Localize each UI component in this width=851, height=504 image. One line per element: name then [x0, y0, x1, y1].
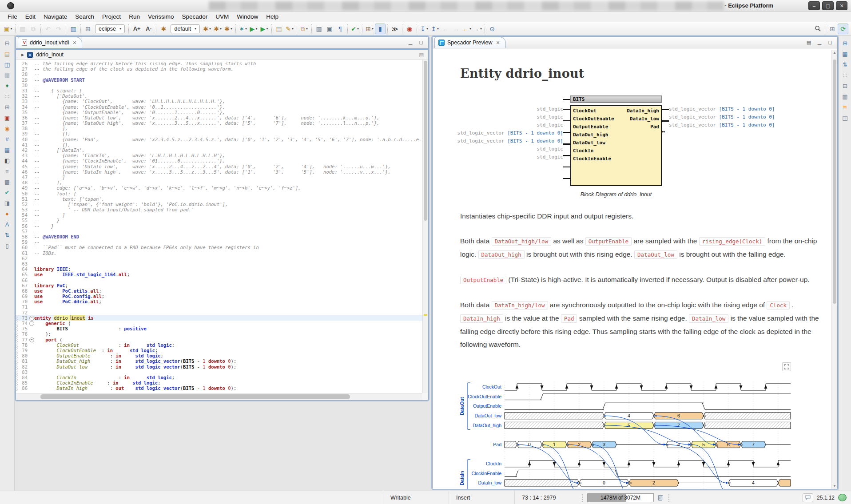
- run-button[interactable]: ▶▾: [248, 24, 259, 34]
- chevron-down-icon[interactable]: ▾: [372, 27, 374, 31]
- check-button[interactable]: ✔▾: [350, 24, 360, 34]
- undo-button[interactable]: ↶: [43, 24, 53, 34]
- forward-history-button[interactable]: →▾: [472, 24, 483, 34]
- build-gear-1-button[interactable]: ✱▾: [202, 24, 212, 34]
- search-button[interactable]: [812, 24, 823, 34]
- terminal-view-icon[interactable]: ▯: [3, 242, 12, 250]
- chevron-down-icon[interactable]: ▾: [292, 27, 294, 31]
- preview-settings-icon[interactable]: ▤: [805, 40, 812, 45]
- collapse-view-icon[interactable]: ⊟: [841, 83, 850, 90]
- app-icon[interactable]: [7, 2, 14, 9]
- save-button[interactable]: ▦: [17, 24, 28, 34]
- chevron-down-icon[interactable]: ▾: [437, 27, 439, 31]
- minimize-view-icon[interactable]: ▁: [407, 40, 414, 45]
- preview-minimize-icon[interactable]: ▁: [816, 40, 823, 45]
- chevron-down-icon[interactable]: ▾: [357, 27, 359, 31]
- fold-marker-icon[interactable]: [29, 321, 34, 326]
- chevron-down-icon[interactable]: ▾: [255, 27, 257, 31]
- license-status-icon[interactable]: [838, 494, 847, 501]
- back-history-button[interactable]: ←▾: [461, 24, 472, 34]
- scroll-down-icon[interactable]: ▼: [832, 484, 837, 488]
- editor-vscroll-thumb[interactable]: [424, 61, 427, 221]
- build-gear-2-button[interactable]: ✱▾: [212, 24, 223, 34]
- verification-view-icon[interactable]: ✔: [3, 189, 12, 196]
- menu-edit[interactable]: Edit: [21, 12, 40, 22]
- breadcrumb-toggle-icon[interactable]: ▤: [419, 52, 424, 58]
- maximize-button[interactable]: ▢: [822, 1, 834, 10]
- menu-project[interactable]: Project: [98, 12, 125, 22]
- fold-marker-icon[interactable]: [29, 337, 34, 342]
- tasks-view-icon[interactable]: ◉: [3, 125, 12, 132]
- preview-tab-close-icon[interactable]: ✕: [496, 40, 500, 46]
- more-views-icon[interactable]: ∷: [3, 93, 12, 100]
- chevron-down-icon[interactable]: ▾: [195, 27, 196, 31]
- chevron-down-icon[interactable]: ▾: [469, 27, 471, 31]
- debug-button[interactable]: ✶▾: [238, 24, 248, 34]
- default-combo[interactable]: default▾: [171, 24, 200, 33]
- preview-maximize-icon[interactable]: ◻: [827, 40, 834, 45]
- chevron-down-icon[interactable]: ▾: [245, 27, 247, 31]
- feedback-button[interactable]: [803, 493, 813, 502]
- help-ring-button[interactable]: ◉: [404, 24, 415, 34]
- console-view-icon[interactable]: ◫: [3, 61, 12, 68]
- index-view-icon[interactable]: ≣: [841, 104, 850, 111]
- editor-vertical-scrollbar[interactable]: [422, 60, 428, 393]
- run-gc-button[interactable]: [654, 491, 667, 504]
- properties-view-icon[interactable]: ▥: [3, 72, 12, 79]
- chevron-down-icon[interactable]: ▾: [426, 27, 428, 31]
- editor-hscroll-thumb[interactable]: [40, 394, 350, 399]
- chevron-down-icon[interactable]: ▾: [480, 27, 482, 31]
- annotate-button[interactable]: ✎▾: [284, 24, 295, 34]
- build-gear-3-button[interactable]: ✱▾: [223, 24, 234, 34]
- specador-preview-toggle[interactable]: ▮: [375, 24, 386, 34]
- outline-view-icon[interactable]: ✦: [3, 83, 12, 90]
- new-folder-button[interactable]: ⧉▾: [299, 24, 310, 34]
- menu-navigate[interactable]: Navigate: [40, 12, 71, 22]
- active-perspective-button[interactable]: ⟳: [838, 24, 848, 34]
- menu-uvm[interactable]: UVM: [211, 12, 233, 22]
- editor-tab[interactable]: V ddrio_inout.vhdl ✕: [18, 37, 82, 48]
- new-wizard-button[interactable]: ▣▾: [3, 24, 13, 34]
- project-explorer-icon[interactable]: ▤: [3, 51, 12, 58]
- chevron-down-icon[interactable]: ▾: [11, 27, 12, 31]
- expand-waveform-button[interactable]: [782, 362, 791, 371]
- chevron-down-icon[interactable]: ▾: [266, 27, 268, 31]
- preview-tab[interactable]: Specador Preview ✕: [434, 37, 506, 48]
- show-whitespace-button[interactable]: ¶: [335, 24, 346, 34]
- build-settings-button[interactable]: ✱: [158, 24, 169, 34]
- preview-scrollbar[interactable]: ▲ ▼: [831, 50, 837, 489]
- menu-verissimo[interactable]: Verissimo: [144, 12, 178, 22]
- minimize-button[interactable]: –: [808, 1, 820, 10]
- templates-view-icon[interactable]: ◧: [3, 157, 12, 164]
- menu-run[interactable]: Run: [125, 12, 144, 22]
- outline-tree-icon[interactable]: ⊞: [841, 40, 850, 47]
- open-perspective-button[interactable]: ⊞: [827, 24, 838, 34]
- run-coverage-button[interactable]: ▶▾: [259, 24, 270, 34]
- menu-help[interactable]: Help: [262, 12, 282, 22]
- maximize-view-icon[interactable]: ◻: [418, 40, 425, 45]
- compare-view-icon[interactable]: ⇅: [3, 232, 12, 239]
- preprocessor-view-icon[interactable]: #: [3, 136, 12, 143]
- types-view-icon[interactable]: A: [3, 221, 12, 228]
- font-increase-button[interactable]: A+: [131, 24, 143, 34]
- forward-button[interactable]: →: [451, 24, 461, 34]
- more-views-icon[interactable]: ∷: [841, 72, 850, 79]
- framed-doc-button[interactable]: ▣: [324, 24, 335, 34]
- chevron-down-icon[interactable]: ▾: [119, 27, 121, 31]
- console-button[interactable]: ▥: [68, 24, 79, 34]
- preview-scroll-thumb[interactable]: [833, 60, 836, 304]
- menu-window[interactable]: Window: [233, 12, 262, 22]
- breadcrumb-expand-icon[interactable]: ▶: [21, 53, 24, 57]
- code-area[interactable]: 26-- the falling edge directly before th…: [16, 60, 422, 393]
- occurrence-marker[interactable]: [424, 314, 427, 316]
- save-all-button[interactable]: ⧉: [28, 24, 39, 34]
- hierarchy-button[interactable]: ⊞: [83, 24, 93, 34]
- sort-tree-icon[interactable]: ⇅: [841, 61, 850, 68]
- editor-horizontal-scrollbar[interactable]: [16, 393, 422, 400]
- chevron-down-icon[interactable]: ▾: [306, 27, 308, 31]
- breadcrumb[interactable]: ▶ ddrio_inout ▤: [16, 50, 428, 60]
- chevron-down-icon[interactable]: ▾: [220, 27, 222, 31]
- scroll-up-icon[interactable]: ▲: [832, 51, 837, 55]
- problems-view-icon[interactable]: ▣: [3, 115, 12, 122]
- structure-view-icon[interactable]: ≡: [3, 168, 12, 175]
